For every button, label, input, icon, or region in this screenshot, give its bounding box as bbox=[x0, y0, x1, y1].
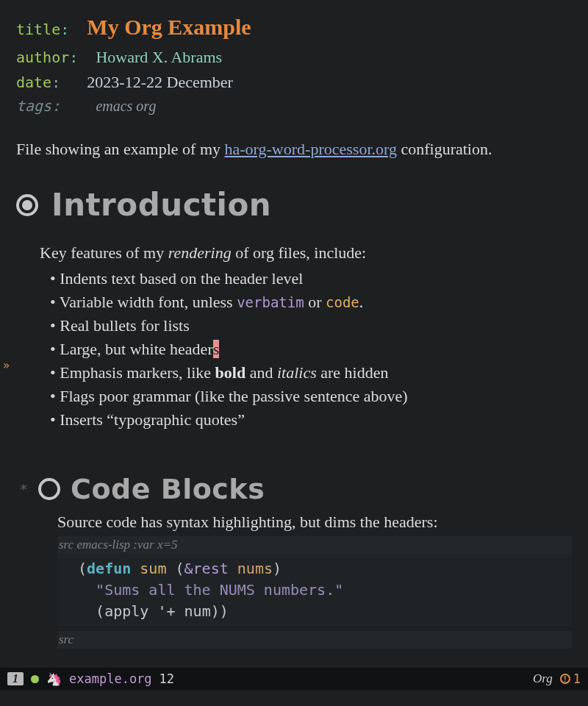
list-item: Inserts “typographic quotes” bbox=[50, 408, 572, 432]
meta-author-line: author: Howard X. Abrams bbox=[16, 45, 572, 70]
meta-tags-line: tags: emacs org bbox=[16, 95, 572, 118]
document-date: 2023-12-22 December bbox=[87, 73, 233, 91]
heading-bullet-icon bbox=[16, 194, 38, 216]
mode-icon: 🦄 bbox=[46, 671, 62, 686]
flycheck-warning[interactable]: ! 1 bbox=[560, 671, 581, 686]
mode-line[interactable]: 1 🦄 example.org 12 Org ! 1 bbox=[0, 668, 588, 690]
list-item: Indents text based on the header level bbox=[50, 267, 572, 290]
line-number: 12 bbox=[159, 671, 174, 686]
introduction-body: Key features of my rendering of org file… bbox=[40, 243, 572, 431]
meta-key-title: title bbox=[16, 21, 60, 38]
src-block-header: src emacs-lisp :var x=5 bbox=[57, 536, 572, 554]
heading-text: Introduction bbox=[51, 187, 271, 223]
heading-introduction[interactable]: Introduction bbox=[16, 187, 572, 223]
feature-list: Indents text based on the header level V… bbox=[50, 267, 572, 431]
meta-key-date: date bbox=[16, 74, 51, 91]
warning-count: 1 bbox=[573, 671, 581, 686]
list-item: Flags poor grammar (like the passive sen… bbox=[50, 385, 572, 408]
editor-buffer[interactable]: title: My Org Example author: Howard X. … bbox=[0, 0, 588, 669]
features-lead: Key features of my rendering of org file… bbox=[40, 243, 572, 263]
text-cursor: s bbox=[213, 340, 220, 358]
minibuffer[interactable] bbox=[0, 690, 588, 706]
list-item: Emphasis markers, like bold and italics … bbox=[50, 361, 572, 385]
list-item: Variable width font, unless verbatim or … bbox=[50, 290, 572, 314]
modified-indicator-icon bbox=[31, 675, 39, 683]
config-link[interactable]: ha-org-word-processor.org bbox=[225, 140, 397, 158]
meta-date-line: date: 2023-12-22 December bbox=[16, 70, 572, 95]
fringe-indicator-icon: » bbox=[3, 359, 10, 372]
heading-code-blocks[interactable]: * Code Blocks bbox=[19, 473, 572, 505]
document-tags: emacs org bbox=[96, 98, 156, 114]
meta-key-author: author bbox=[16, 49, 69, 66]
document-title: My Org Example bbox=[87, 15, 251, 39]
major-mode[interactable]: Org bbox=[533, 671, 553, 686]
buffer-filename[interactable]: example.org bbox=[69, 671, 152, 686]
src-block-footer: src bbox=[57, 631, 572, 649]
heading-text: Code Blocks bbox=[71, 473, 265, 505]
heading-bullet-icon bbox=[38, 478, 60, 500]
heading-star-icon: * bbox=[19, 480, 28, 498]
list-item: Real bullets for lists bbox=[50, 314, 572, 338]
meta-key-tags: tags: bbox=[16, 97, 60, 115]
meta-title-line: title: My Org Example bbox=[16, 10, 572, 45]
window-number: 1 bbox=[7, 672, 24, 685]
list-item: Large, but white headers bbox=[50, 338, 572, 361]
src-block-body[interactable]: (defun sum (&rest nums) "Sums all the NU… bbox=[57, 554, 572, 627]
code-lead: Source code has syntax highlighting, but… bbox=[57, 513, 572, 532]
code-blocks-body: Source code has syntax highlighting, but… bbox=[57, 513, 572, 649]
document-author: Howard X. Abrams bbox=[96, 48, 222, 66]
warning-icon: ! bbox=[560, 674, 570, 684]
intro-paragraph: File showing an example of my ha-org-wor… bbox=[16, 138, 572, 161]
